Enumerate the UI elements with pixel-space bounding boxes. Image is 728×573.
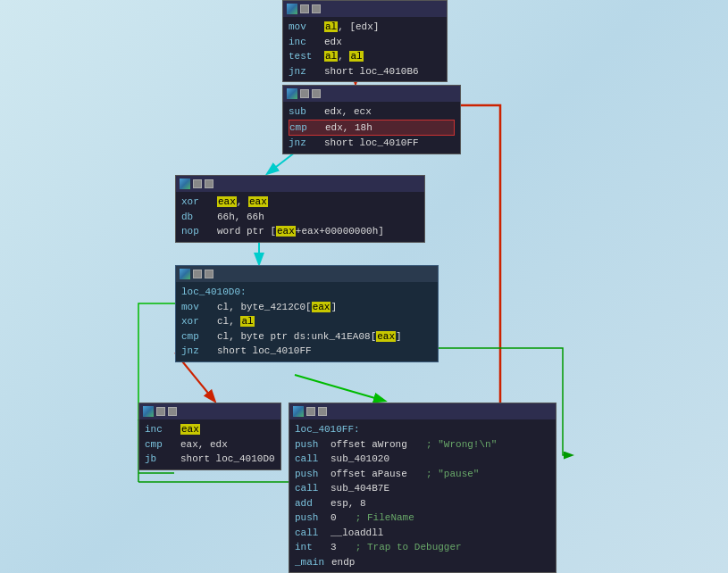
code-line: call __loaddll (295, 526, 550, 541)
icon2 (205, 179, 213, 188)
code-line: sub edx, ecx (289, 104, 455, 120)
block-body-middle: sub edx, ecx cmp edx, 18h jnz short loc_… (283, 102, 460, 154)
code-line: nop word ptr [eax+eax+00000000h] (181, 224, 419, 239)
code-line: cmp eax, edx (145, 437, 275, 453)
block-body-loc: loc_4010D0: mov cl, byte_4212C0[eax] xor… (176, 282, 438, 361)
code-line-label: loc_4010FF: (295, 422, 550, 437)
code-line: test al, al (289, 49, 441, 64)
code-line: cmp cl, byte ptr ds:unk_41EA08[eax] (181, 329, 432, 345)
code-line: int 3 ; Trap to Debugger (295, 540, 550, 555)
code-line: push 0 ; FileName (295, 511, 550, 526)
code-line: call sub_404B7E (295, 481, 550, 496)
code-line: push offset aWrong ; "Wrong!\n" (295, 437, 550, 453)
code-line: push offset aPause ; "pause" (295, 467, 550, 482)
icon1 (193, 270, 202, 278)
highlighted-line: cmp edx, 18h (289, 120, 455, 137)
code-line: jnz short loc_4010FF (289, 136, 455, 151)
code-line: mov al, [edx] (289, 20, 441, 35)
block-header-top (283, 1, 447, 17)
block-header-xor (176, 176, 424, 192)
code-line: inc edx (289, 35, 441, 50)
icon1 (193, 179, 202, 188)
block-header-middle (283, 86, 460, 102)
loc-code-block: loc_4010D0: mov cl, byte_4212C0[eax] xor… (175, 265, 439, 362)
middle-code-block: sub edx, ecx cmp edx, 18h jnz short loc_… (282, 85, 461, 154)
wrong-code-block: loc_4010FF: push offset aWrong ; "Wrong!… (289, 403, 556, 573)
icon1 (300, 4, 309, 13)
block-body-wrong: loc_4010FF: push offset aWrong ; "Wrong!… (289, 419, 556, 572)
code-line: inc eax (145, 422, 275, 437)
icon2 (312, 89, 321, 98)
block-body-xor: xor eax, eax db 66h, 66h nop word ptr [e… (176, 192, 424, 242)
icon2 (168, 407, 177, 416)
inc-code-block: inc eax cmp eax, edx jb short loc_4010D0 (138, 403, 281, 470)
code-line-label: loc_4010D0: (181, 285, 432, 300)
icon2 (312, 4, 321, 13)
color-icon (180, 269, 190, 279)
icon2 (318, 407, 327, 416)
svg-line-4 (295, 375, 384, 401)
icon2 (205, 270, 213, 278)
code-line: db 66h, 66h (181, 210, 419, 225)
color-icon (293, 406, 304, 417)
block-body-top: mov al, [edx] inc edx test al, al jnz sh… (283, 17, 447, 81)
xor-code-block: xor eax, eax db 66h, 66h nop word ptr [e… (175, 175, 425, 243)
code-line: add esp, 8 (295, 496, 550, 511)
code-line: _main endp (295, 555, 550, 570)
code-line: xor eax, eax (181, 195, 419, 210)
color-icon (180, 179, 190, 189)
block-header-inc (139, 403, 280, 419)
block-header-loc (176, 266, 438, 282)
code-line: call sub_401020 (295, 452, 550, 467)
code-line: jnz short loc_4010B6 (289, 64, 441, 79)
code-line-xor: xor cl, al (181, 314, 432, 329)
code-line: jnz short loc_4010FF (181, 344, 432, 359)
icon1 (306, 407, 315, 416)
block-body-inc: inc eax cmp eax, edx jb short loc_4010D0 (139, 419, 280, 469)
color-icon (143, 406, 154, 417)
icon1 (156, 407, 165, 416)
top-code-block: mov al, [edx] inc edx test al, al jnz sh… (282, 0, 448, 82)
block-header-wrong (289, 403, 556, 419)
code-line: jb short loc_4010D0 (145, 452, 275, 467)
code-line: mov cl, byte_4212C0[eax] (181, 300, 432, 315)
color-icon (287, 88, 297, 99)
icon1 (300, 89, 309, 98)
color-icon (287, 4, 297, 14)
